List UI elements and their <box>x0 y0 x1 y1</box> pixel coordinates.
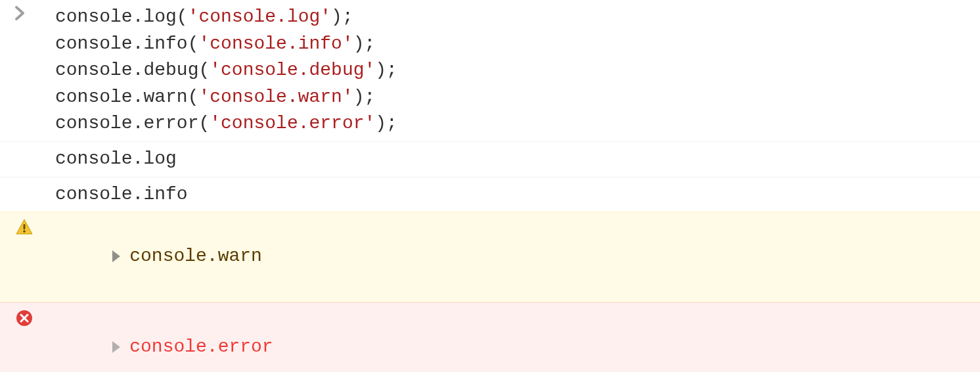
output-gutter <box>0 180 55 183</box>
code-token: debug <box>143 60 198 80</box>
code-token: ); <box>331 7 353 27</box>
console-warn-content: console.warn <box>55 215 980 299</box>
expand-triangle-icon[interactable] <box>112 250 120 262</box>
svg-rect-0 <box>24 224 26 229</box>
console-error-message: console.error <box>129 334 273 361</box>
code-token: . <box>133 60 144 80</box>
error-icon <box>14 308 34 328</box>
prompt-chevron-icon <box>14 5 26 21</box>
console-log-message: console.log <box>55 145 980 174</box>
code-token: 'console.log' <box>188 7 331 27</box>
output-gutter <box>0 145 55 147</box>
output-gutter <box>0 306 55 328</box>
code-token: console <box>55 113 133 133</box>
code-token: ); <box>375 60 397 80</box>
code-token: 'console.info' <box>198 34 353 54</box>
console-input-row[interactable]: console.log('console.log'); console.info… <box>0 0 980 141</box>
code-token: ( <box>188 34 199 54</box>
console-info-output-row[interactable]: console.info <box>0 177 980 212</box>
code-token: console <box>55 87 133 107</box>
code-token: 'console.warn' <box>198 87 353 107</box>
code-token: ); <box>353 87 376 107</box>
console-info-message: console.info <box>55 180 980 210</box>
code-token: . <box>133 34 144 54</box>
code-token: ( <box>198 60 210 80</box>
code-token: console <box>55 34 133 54</box>
console-input-code[interactable]: console.log('console.log'); console.info… <box>55 3 980 139</box>
console-warn-output-row[interactable]: console.warn <box>0 212 980 302</box>
code-token: error <box>143 113 198 133</box>
code-token: 'console.error' <box>210 113 375 133</box>
code-token: . <box>133 113 144 133</box>
warning-icon <box>14 218 34 237</box>
console-warn-message: console.warn <box>129 243 262 270</box>
code-token: log <box>143 7 176 27</box>
prompt-gutter <box>0 3 55 21</box>
code-token: info <box>143 34 187 54</box>
output-gutter <box>0 215 55 237</box>
console-error-output-row[interactable]: console.error <box>0 302 980 372</box>
svg-point-1 <box>23 230 26 233</box>
code-token: . <box>133 87 144 107</box>
code-token: ); <box>353 34 376 54</box>
expand-triangle-icon[interactable] <box>112 341 120 353</box>
code-token: 'console.debug' <box>210 60 375 80</box>
code-token: . <box>133 7 144 27</box>
code-token: console <box>55 7 133 27</box>
code-token: ( <box>177 7 188 27</box>
code-token: console <box>55 60 133 80</box>
code-token: ( <box>188 87 199 107</box>
console-error-content: console.error <box>55 306 980 372</box>
code-token: warn <box>143 87 187 107</box>
code-token: ( <box>198 113 210 133</box>
code-token: ); <box>375 113 397 133</box>
console-log-output-row[interactable]: console.log <box>0 141 980 177</box>
